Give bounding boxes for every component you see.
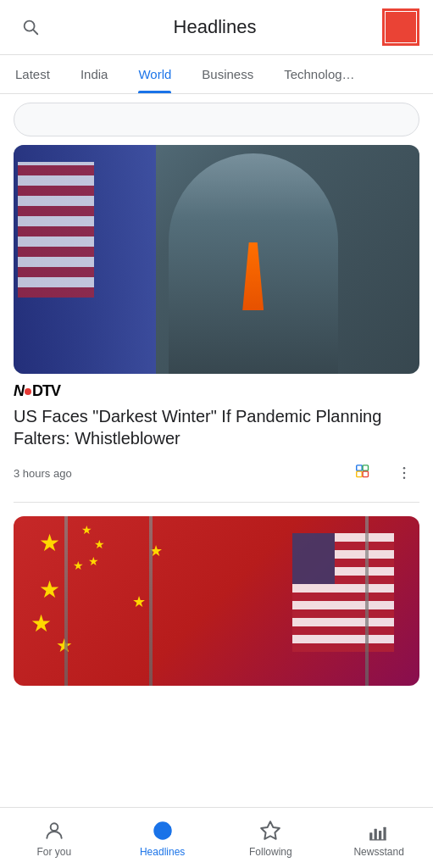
svg-line-1 [33, 30, 37, 34]
usa-flag [292, 533, 394, 652]
avatar [386, 12, 416, 42]
news-feed: NDTV US Faces "Darkest Winter" If Pandem… [0, 145, 433, 686]
flag-pole-2 [149, 516, 153, 686]
svg-marker-12 [262, 821, 280, 839]
tab-world[interactable]: World [123, 55, 186, 93]
header: Headlines [0, 0, 433, 55]
svg-rect-14 [375, 828, 377, 839]
svg-rect-3 [363, 465, 368, 470]
article1-time: 3 hours ago [14, 467, 72, 480]
news-card-1[interactable]: NDTV US Faces "Darkest Winter" If Pandem… [14, 145, 419, 488]
nav-newsstand[interactable]: Newsstand [325, 819, 433, 858]
category-tabs: Latest India World Business Technolog… [0, 55, 433, 94]
article1-actions [348, 458, 419, 488]
article1-headline[interactable]: US Faces "Darkest Winter" If Pandemic Pl… [14, 405, 419, 449]
svg-rect-2 [357, 465, 362, 470]
search-bar[interactable] [14, 103, 419, 136]
article2-image: ★ ★ ★ ★ ★ ★ ★ ★ ★ ★ [14, 516, 419, 686]
star-icon [258, 819, 282, 843]
tab-business[interactable]: Business [186, 55, 269, 93]
nav-following[interactable]: Following [217, 819, 325, 858]
tab-technology[interactable]: Technolog… [269, 55, 369, 93]
person-icon [42, 819, 66, 843]
flag-pole-3 [365, 516, 369, 686]
svg-rect-13 [369, 832, 372, 840]
svg-point-7 [403, 472, 406, 475]
nav-headlines-label: Headlines [140, 846, 185, 858]
nav-for-you[interactable]: For you [0, 819, 108, 858]
nav-following-label: Following [249, 846, 292, 858]
newsstand-icon [367, 819, 391, 843]
svg-rect-16 [384, 826, 386, 839]
bottom-navigation: For you Headlines Following [0, 807, 433, 868]
nav-newsstand-label: Newsstand [353, 846, 403, 858]
more-options-button[interactable] [389, 458, 419, 488]
svg-point-8 [403, 477, 406, 480]
search-bar-area [0, 94, 433, 145]
user-avatar-button[interactable] [382, 8, 419, 46]
card-divider [14, 502, 419, 503]
source-logo: NDTV [14, 382, 419, 400]
nav-headlines[interactable]: Headlines [108, 819, 217, 858]
tab-india[interactable]: India [65, 55, 124, 93]
svg-rect-5 [363, 471, 368, 476]
nav-for-you-label: For you [37, 846, 72, 858]
svg-rect-15 [379, 831, 381, 840]
article1-meta: 3 hours ago [14, 458, 419, 488]
article1-image [14, 145, 419, 374]
flag-usa-decoration [18, 162, 94, 298]
bookmark-button[interactable] [348, 458, 379, 488]
flag-pole-1 [64, 516, 68, 686]
svg-point-6 [403, 467, 406, 470]
search-button[interactable] [14, 10, 47, 44]
news-card-2[interactable]: ★ ★ ★ ★ ★ ★ ★ ★ ★ ★ [14, 516, 419, 686]
page-title: Headlines [47, 16, 382, 38]
ndtv-logo: NDTV [14, 382, 60, 400]
svg-rect-4 [357, 471, 362, 476]
tab-latest[interactable]: Latest [0, 55, 65, 93]
headlines-icon [151, 819, 175, 843]
svg-point-9 [51, 823, 58, 831]
